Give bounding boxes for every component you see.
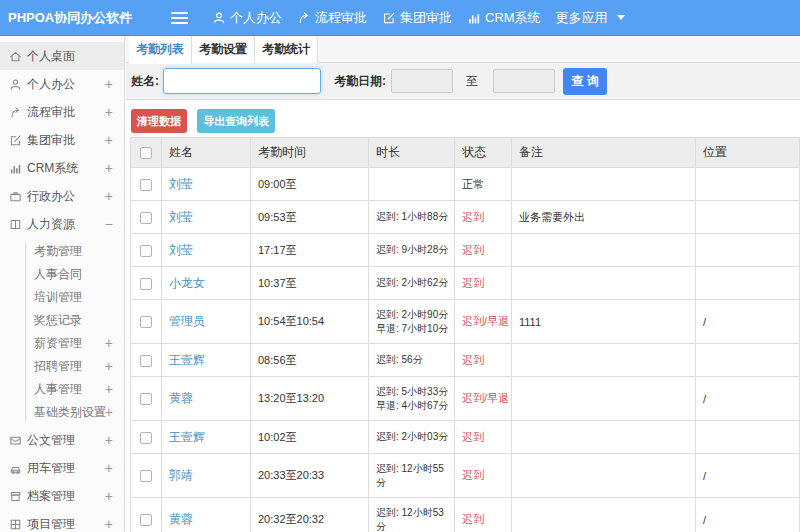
row-checkbox[interactable]: [140, 514, 152, 526]
nav-item-personal-office[interactable]: 个人办公: [212, 9, 282, 27]
app-logo[interactable]: PHPOA协同办公软件: [0, 9, 158, 27]
menu-toggle-icon[interactable]: [171, 9, 188, 27]
expand-toggle-icon[interactable]: +: [105, 76, 113, 92]
row-checkbox[interactable]: [140, 470, 152, 482]
tab-attendance-settings[interactable]: 考勤设置: [192, 36, 255, 63]
nav-item-group-approval[interactable]: 集团审批: [382, 9, 452, 27]
expand-toggle-icon[interactable]: −: [105, 216, 113, 232]
employee-name-link[interactable]: 王壹辉: [169, 430, 205, 444]
clean-data-button[interactable]: 清理数据: [131, 109, 187, 133]
nav-item-workflow-approval[interactable]: 流程审批: [297, 9, 367, 27]
expand-toggle-icon[interactable]: +: [105, 104, 113, 120]
sidebar-item-vehicle-mgmt[interactable]: 用车管理+: [0, 454, 124, 482]
sidebar-item-personal-desktop[interactable]: 个人桌面: [0, 42, 124, 70]
row-checkbox[interactable]: [140, 432, 152, 444]
row-checkbox[interactable]: [140, 212, 152, 224]
row-checkbox[interactable]: [140, 179, 152, 191]
sidebar-subitem-label: 人事合同: [34, 267, 82, 281]
status-text: 迟到: [462, 513, 484, 525]
expand-toggle-icon[interactable]: +: [105, 160, 113, 176]
row-checkbox[interactable]: [140, 393, 152, 405]
expand-toggle-icon[interactable]: +: [105, 378, 113, 401]
row-checkbox[interactable]: [140, 245, 152, 257]
duration-cell: [369, 168, 455, 201]
employee-name-link[interactable]: 小龙女: [169, 276, 205, 290]
sidebar-subitem-label: 薪资管理: [34, 336, 82, 350]
tab-attendance-list[interactable]: 考勤列表: [129, 36, 192, 64]
employee-name-link[interactable]: 郭靖: [169, 468, 193, 482]
employee-name-link[interactable]: 刘莹: [169, 177, 193, 191]
sidebar-item-workflow-approval[interactable]: 流程审批+: [0, 98, 124, 126]
sidebar-item-crm-system[interactable]: CRM系统+: [0, 154, 124, 182]
expand-toggle-icon[interactable]: +: [105, 516, 113, 532]
status-cell: 迟到/早退: [455, 377, 512, 421]
time-cell: 08:56至: [251, 344, 369, 377]
select-all-checkbox[interactable]: [140, 147, 152, 159]
sidebar-item-group-approval[interactable]: 集团审批+: [0, 126, 124, 154]
name-cell: 黄蓉: [162, 498, 251, 532]
duration-line: 迟到: 5小时33分: [376, 385, 454, 399]
sidebar-item-label: 流程审批: [27, 104, 75, 121]
expand-toggle-icon[interactable]: +: [105, 132, 113, 148]
sidebar-item-human-resources[interactable]: 人力资源−: [0, 210, 124, 238]
export-list-button[interactable]: 导出查询列表: [197, 109, 275, 133]
status-cell: 迟到: [455, 234, 512, 267]
nav-item-crm-system[interactable]: CRM系统: [467, 9, 541, 27]
time-cell: 09:53至: [251, 201, 369, 234]
tab-attendance-stats[interactable]: 考勤统计: [255, 36, 318, 63]
sidebar-item-personal-office[interactable]: 个人办公+: [0, 70, 124, 98]
nav-item-label: 个人办公: [230, 9, 282, 27]
employee-name-link[interactable]: 管理员: [169, 314, 205, 328]
sidebar-subitem-attendance-mgmt[interactable]: 考勤管理: [0, 240, 124, 263]
row-checkbox[interactable]: [140, 316, 152, 328]
employee-name-link[interactable]: 黄蓉: [169, 391, 193, 405]
date-from-input[interactable]: [391, 69, 453, 93]
query-button[interactable]: 查 询: [563, 68, 607, 95]
row-checkbox[interactable]: [140, 278, 152, 290]
sidebar-subitem-personnel-mgmt[interactable]: 人事管理+: [0, 378, 124, 401]
employee-name-link[interactable]: 刘莹: [169, 243, 193, 257]
employee-name-link[interactable]: 刘莹: [169, 210, 193, 224]
expand-toggle-icon[interactable]: +: [105, 401, 113, 424]
project-icon: [9, 518, 22, 531]
expand-toggle-icon[interactable]: +: [105, 488, 113, 504]
duration-line: 迟到: 2小时90分: [376, 308, 454, 322]
expand-toggle-icon[interactable]: +: [105, 355, 113, 378]
sidebar-item-project-mgmt[interactable]: 项目管理+: [0, 510, 124, 532]
expand-toggle-icon[interactable]: +: [105, 460, 113, 476]
location-cell: [696, 344, 800, 377]
sidebar-subitem-basic-category-settings[interactable]: 基础类别设置+: [0, 401, 124, 424]
sidebar-item-admin-office[interactable]: 行政办公+: [0, 182, 124, 210]
book-icon: [9, 218, 22, 231]
expand-toggle-icon[interactable]: +: [105, 188, 113, 204]
row-checkbox[interactable]: [140, 355, 152, 367]
nav-item-more-apps[interactable]: 更多应用: [556, 9, 625, 27]
sidebar-subitem-salary-mgmt[interactable]: 薪资管理+: [0, 332, 124, 355]
employee-name-link[interactable]: 黄蓉: [169, 512, 193, 526]
name-input[interactable]: [163, 68, 321, 94]
sidebar-subitem-reward-punishment[interactable]: 奖惩记录: [0, 309, 124, 332]
expand-toggle-icon[interactable]: +: [105, 432, 113, 448]
caret-down-icon: [617, 15, 625, 20]
time-cell: 09:00至: [251, 168, 369, 201]
sidebar-item-label: 项目管理: [27, 516, 75, 532]
expand-toggle-icon[interactable]: +: [105, 332, 113, 355]
time-cell: 20:32至20:32: [251, 498, 369, 532]
note-cell: [512, 421, 696, 454]
status-cell: 迟到: [455, 267, 512, 300]
sidebar-item-archive-mgmt[interactable]: 档案管理+: [0, 482, 124, 510]
duration-cell: 迟到: 1小时88分: [369, 201, 455, 234]
date-to-input[interactable]: [493, 69, 555, 93]
column-header: 考勤时间: [251, 138, 369, 168]
nav-item-label: CRM系统: [485, 9, 541, 27]
sidebar-item-label: 档案管理: [27, 488, 75, 505]
attendance-table: 姓名考勤时间时长状态备注位置 刘莹09:00至正常刘莹09:53至迟到: 1小时…: [130, 137, 800, 532]
sidebar-subitem-hr-contract[interactable]: 人事合同: [0, 263, 124, 286]
sidebar-subitem-recruitment-mgmt[interactable]: 招聘管理+: [0, 355, 124, 378]
home-icon: [9, 50, 22, 63]
employee-name-link[interactable]: 王壹辉: [169, 353, 205, 367]
status-cell: 迟到: [455, 201, 512, 234]
sidebar-item-document-mgmt[interactable]: 公文管理+: [0, 426, 124, 454]
table-row: 管理员10:54至10:54迟到: 2小时90分早退: 7小时10分迟到/早退1…: [131, 300, 800, 344]
sidebar-subitem-training-mgmt[interactable]: 培训管理: [0, 286, 124, 309]
